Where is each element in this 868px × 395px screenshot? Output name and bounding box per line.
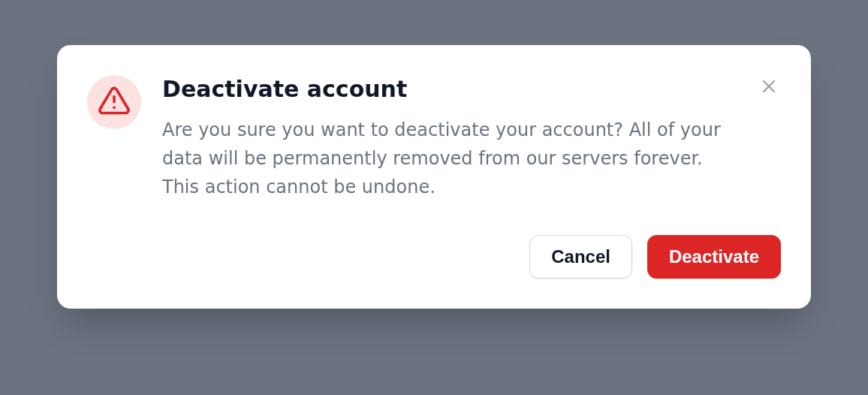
deactivate-button[interactable]: Deactivate: [647, 235, 781, 279]
dialog-description: Are you sure you want to deactivate your…: [162, 116, 736, 202]
deactivate-account-dialog: Deactivate account Are you sure you want…: [57, 45, 811, 309]
dialog-actions: Cancel Deactivate: [87, 235, 781, 279]
cancel-button[interactable]: Cancel: [529, 235, 632, 279]
dialog-title: Deactivate account: [162, 75, 736, 104]
dialog-text: Deactivate account Are you sure you want…: [162, 75, 781, 202]
warning-icon-container: [87, 75, 141, 129]
dialog-content: Deactivate account Are you sure you want…: [87, 75, 781, 202]
warning-triangle-icon: [98, 84, 131, 120]
close-button[interactable]: [757, 75, 781, 99]
close-icon: [758, 76, 779, 99]
